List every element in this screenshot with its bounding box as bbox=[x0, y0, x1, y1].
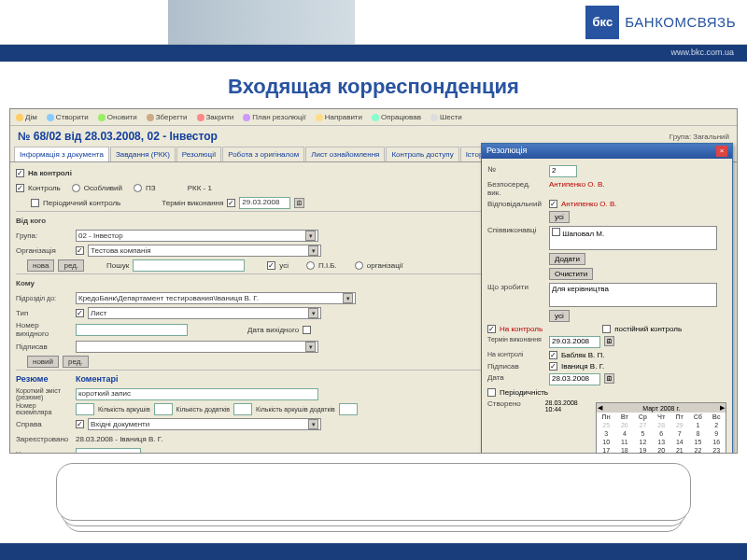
chk-na-kontroli[interactable] bbox=[16, 169, 24, 177]
cal-prev[interactable]: ◀ bbox=[598, 404, 602, 412]
calendar[interactable]: ◀Март 2008 г.▶ ПнВтСрЧтПтСбВс 2526272829… bbox=[596, 402, 726, 454]
sect-rezume: Резюме bbox=[16, 372, 72, 385]
chk-na-kontrol[interactable] bbox=[487, 325, 496, 333]
inp-data[interactable]: 28.03.2008 bbox=[549, 373, 600, 385]
tab-info[interactable]: Інформація з документа bbox=[14, 147, 109, 161]
chk-org[interactable] bbox=[76, 246, 84, 255]
chk-shapoval[interactable] bbox=[552, 228, 560, 236]
chk-sprava[interactable] bbox=[76, 420, 84, 428]
tool-plan[interactable]: План резолюції bbox=[243, 113, 305, 121]
inp-poshuk[interactable] bbox=[133, 259, 245, 272]
tool-send[interactable]: Направити bbox=[316, 113, 362, 121]
btn-usi1[interactable]: усі bbox=[549, 211, 570, 223]
chk-kontrol[interactable] bbox=[16, 184, 24, 192]
inp-nomer-vyh[interactable] bbox=[76, 324, 188, 336]
sect-komentari: Коментарі bbox=[76, 372, 118, 385]
dlbl-stvoreno: Створено bbox=[487, 399, 542, 408]
inp-nomer-eks[interactable] bbox=[76, 403, 94, 415]
inp-no[interactable]: 2 bbox=[549, 165, 577, 177]
val-zareestr: 28.03.2008 - Іваниця В. Г. bbox=[76, 435, 162, 443]
inp-nomer[interactable] bbox=[76, 448, 141, 455]
url-strip: www.bkc.com.ua bbox=[0, 45, 747, 62]
tab-tasks[interactable]: Завдання (РКК) bbox=[110, 147, 176, 161]
btn-novyj[interactable]: новий bbox=[27, 356, 59, 368]
chk-typ[interactable] bbox=[76, 309, 84, 317]
chevron-down-icon: ▾ bbox=[308, 308, 318, 318]
dd-pidrozdily[interactable]: КредоБанк\Департамент тестирования\Івани… bbox=[76, 292, 356, 304]
radio-osoblyvyj[interactable] bbox=[72, 184, 80, 192]
lbl-na-kontroli: На контролі bbox=[28, 169, 72, 177]
logo-text: БАНКОМСВЯЗЬ bbox=[625, 14, 736, 30]
dlbl-pidpysav: Підписав bbox=[487, 362, 545, 371]
btn-red2[interactable]: ред. bbox=[63, 356, 89, 368]
val-bezp: Антипенко О. В. bbox=[549, 180, 605, 189]
tab-acquaint[interactable]: Лист ознайомлення bbox=[305, 147, 385, 161]
tool-save[interactable]: Зберегти bbox=[147, 113, 188, 121]
brand-logo: бкс БАНКОМСВЯЗЬ bbox=[585, 6, 747, 39]
lbl-rkk: РКК - 1 bbox=[188, 184, 212, 192]
btn-red[interactable]: ред. bbox=[58, 259, 84, 272]
lbl-organizaciji: організації bbox=[367, 261, 403, 270]
radio-org[interactable] bbox=[355, 261, 363, 270]
dd-grupa[interactable]: 02 - Інвестор▾ bbox=[76, 230, 318, 242]
inp-kil-ark-dod[interactable] bbox=[339, 403, 358, 415]
tool-processed[interactable]: Опрацював bbox=[372, 113, 421, 121]
radio-pz[interactable] bbox=[134, 184, 142, 192]
lbl-data-vyh: Дата вихідного bbox=[247, 326, 299, 334]
chk-vidp[interactable] bbox=[549, 200, 557, 208]
radio-pib[interactable] bbox=[306, 261, 315, 270]
dd-typ[interactable]: Лист▾ bbox=[88, 307, 321, 319]
dialog-titlebar: Резолюція × bbox=[482, 144, 732, 159]
chevron-down-icon: ▾ bbox=[343, 293, 353, 303]
btn-nova[interactable]: нова bbox=[27, 259, 54, 272]
tool-close[interactable]: Закрити bbox=[197, 113, 234, 121]
dialog-close-button[interactable]: × bbox=[716, 146, 727, 157]
date-picker-icon[interactable]: 🗓 bbox=[294, 198, 304, 208]
inp-termin[interactable]: 29.03.2008 bbox=[549, 336, 600, 348]
txt-scho[interactable]: Для керівництва bbox=[549, 283, 717, 307]
chk-pid[interactable] bbox=[549, 362, 557, 371]
doc-title: № 68/02 від 28.03.2008, 02 - Інвестор bbox=[18, 130, 218, 143]
doc-group: Група: Загальний bbox=[669, 133, 729, 141]
page-title: Входящая корреспонденция bbox=[0, 62, 747, 108]
chk-usi[interactable] bbox=[267, 261, 275, 270]
btn-dodaty[interactable]: Додати bbox=[549, 253, 585, 265]
tool-create[interactable]: Створити bbox=[47, 113, 89, 121]
cal-icon[interactable]: 🗓 bbox=[604, 336, 614, 346]
inp-korotkyj[interactable]: короткий запис bbox=[76, 388, 318, 400]
btn-usi2[interactable]: усі bbox=[549, 310, 570, 322]
dd-sprava[interactable]: Вхідні документи▾ bbox=[88, 418, 321, 430]
tool-home[interactable]: Дім bbox=[16, 113, 37, 121]
tab-resolutions[interactable]: Резолюції bbox=[176, 147, 221, 161]
dialog-title-text: Резолюція bbox=[486, 146, 527, 157]
txt-spiv[interactable]: Шаповал М. bbox=[549, 226, 717, 250]
btn-ochystyty[interactable]: Очистити bbox=[549, 268, 593, 280]
chk-period[interactable] bbox=[487, 388, 496, 397]
dlbl-vidp: Відповідальний bbox=[487, 200, 545, 208]
cal-next[interactable]: ▶ bbox=[720, 404, 725, 412]
tool-six[interactable]: Шести bbox=[430, 113, 462, 121]
cal-icon2[interactable]: 🗓 bbox=[604, 373, 614, 384]
lbl-usi: усі bbox=[279, 261, 289, 270]
logo-mark: бкс bbox=[585, 6, 619, 39]
dlbl-scho: Що зробити bbox=[487, 283, 545, 291]
tab-original[interactable]: Робота з оригіналом bbox=[222, 147, 304, 161]
tool-refresh[interactable]: Оновити bbox=[98, 113, 137, 121]
footer-bar bbox=[0, 543, 747, 560]
inp-termin-date[interactable]: 29.03.2008 bbox=[239, 197, 290, 209]
resolution-dialog: Резолюція × №2 Безпосеред. вик.Антипенко… bbox=[481, 143, 733, 454]
inp-kil-ark[interactable] bbox=[154, 403, 173, 415]
inp-kil-dod[interactable] bbox=[233, 403, 252, 415]
chk-postijnyj[interactable] bbox=[602, 325, 611, 333]
chk-data-vyh[interactable] bbox=[303, 326, 311, 334]
lbl-korotkyj: Короткий зміст (резюме) bbox=[16, 387, 72, 400]
chk-nak[interactable] bbox=[549, 351, 557, 359]
tab-access[interactable]: Контроль доступу bbox=[386, 147, 458, 161]
chk-periodic[interactable] bbox=[31, 199, 39, 207]
lbl-postijnyj: постійний контроль bbox=[614, 325, 682, 333]
dd-organizacia[interactable]: Тестова компанія▾ bbox=[88, 245, 321, 257]
chk-termin[interactable] bbox=[227, 199, 235, 207]
dlbl-bezp: Безпосеред. вик. bbox=[487, 180, 545, 197]
dd-pidpysav[interactable]: ▾ bbox=[76, 341, 318, 353]
lbl-pidrozdily: Підрозділ до: bbox=[16, 295, 72, 301]
